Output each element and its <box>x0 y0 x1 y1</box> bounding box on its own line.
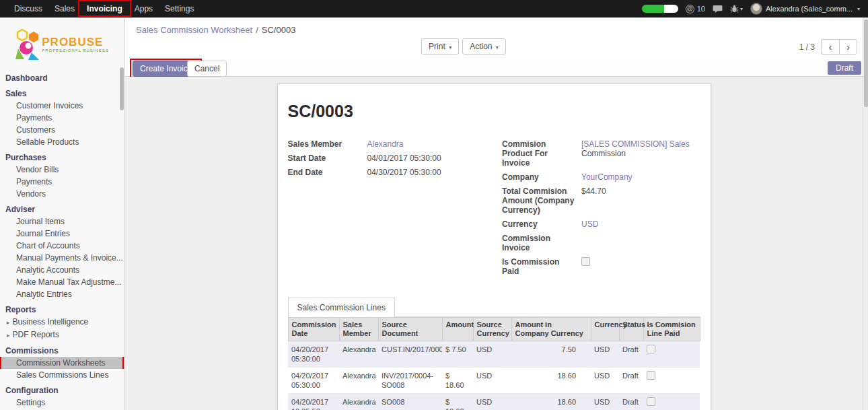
line-paid-checkbox[interactable] <box>647 345 655 353</box>
action-button[interactable]: Action ▾ <box>462 38 506 55</box>
sidebar-section-configuration[interactable]: Configuration <box>0 381 124 397</box>
progress-pill-indicator <box>642 5 678 13</box>
breadcrumb-current: SC/0003 <box>262 25 296 35</box>
sidebar-section-dashboard[interactable]: Dashboard <box>0 69 124 84</box>
cancel-button[interactable]: Cancel <box>187 61 227 77</box>
activity-count: 10 <box>697 5 705 13</box>
caret-down-icon: ▾ <box>496 44 499 50</box>
field-grid: Sales Member Alexandra Start Date 04/01/… <box>288 139 700 281</box>
sidebar-item-vendor-bills[interactable]: Vendor Bills <box>0 164 124 176</box>
sidebar-item-analytic-entries[interactable]: Analytic Entries <box>0 288 124 300</box>
cell-amount: $ 18.60 <box>442 394 473 410</box>
field-total-commission: Total Commision Amount (Company Currency… <box>502 186 700 215</box>
sidebar-item-vendors[interactable]: Vendors <box>0 188 124 200</box>
nav-invoicing[interactable]: Invoicing <box>81 0 129 18</box>
sidebar-item-journal-items[interactable]: Journal Items <box>0 215 124 228</box>
sidebar-item-payments-purchases[interactable]: Payments <box>0 176 124 188</box>
cell-amount-company: 7.50 <box>511 341 591 368</box>
cell-currency: USD <box>591 394 619 410</box>
main-scrollbar[interactable] <box>863 18 868 410</box>
field-label: Currency <box>502 219 581 229</box>
field-label: Start Date <box>288 153 367 163</box>
cell-amount: $ 7.50 <box>442 341 473 368</box>
table-row[interactable]: 04/20/2017 10:35:53 Alexandra SO008 $ 18… <box>288 394 700 410</box>
cell-amount-company: 18.60 <box>511 394 591 410</box>
nav-sales[interactable]: Sales <box>48 0 81 18</box>
sidebar-item-sales-commissions-lines[interactable]: Sales Commissions Lines <box>0 369 124 381</box>
cell-source-document: SO008 <box>378 394 442 410</box>
sidebar-section-sales[interactable]: Sales <box>0 84 124 100</box>
user-name: Alexandra (Sales_comm... <box>766 5 853 13</box>
sidebar-scrollbar[interactable] <box>120 67 124 110</box>
cell-status: Draft <box>619 341 643 368</box>
sidebar-item-customer-invoices[interactable]: Customer Invoices <box>0 100 124 112</box>
sidebar-item-business-intelligence[interactable]: ▸Business Intelligence <box>0 316 124 329</box>
form-statusbar: Create Invoice Cancel Draft <box>125 59 863 77</box>
activity-counter[interactable]: @ 10 <box>686 5 705 13</box>
header-commission-date: Commission Date <box>288 318 339 341</box>
field-label: Total Commision Amount (Company Currency… <box>502 186 581 215</box>
avatar <box>750 3 762 15</box>
commission-product-link[interactable]: [SALES COMMISSION] Sales <box>581 139 690 149</box>
cell-sales-member: Alexandra <box>339 394 378 410</box>
status-badge-draft[interactable]: Draft <box>828 61 861 75</box>
field-label: Commision Product For Invoice <box>502 139 581 168</box>
sidebar-item-analytic-accounts[interactable]: Analytic Accounts <box>0 264 124 276</box>
tab-sales-commission-lines[interactable]: Sales Commission Lines <box>288 298 395 317</box>
cell-sales-member: Alexandra <box>339 341 378 368</box>
chat-icon[interactable] <box>713 5 723 13</box>
topbar-right-tools: @ 10 ▾ Alexandra (Sales_comm... ▾ <box>642 3 863 15</box>
end-date-value: 04/30/2017 05:30:00 <box>367 168 441 177</box>
sidebar-item-pdf-reports[interactable]: ▸PDF Reports <box>0 329 124 341</box>
field-start-date: Start Date 04/01/2017 05:30:00 <box>288 153 495 163</box>
debug-icon[interactable]: ▾ <box>730 5 743 13</box>
sidebar-item-chart-of-accounts[interactable]: Chart of Accounts <box>0 240 124 252</box>
line-paid-checkbox[interactable] <box>647 397 655 406</box>
sidebar-item-sellable-products[interactable]: Sellable Products <box>0 136 124 148</box>
cell-source-document: CUST.IN/2017/0001 <box>378 341 442 368</box>
field-company: Company YourCompany <box>502 172 700 182</box>
control-panel: Sales Commission Worksheet/SC/0003 Print… <box>125 18 863 59</box>
breadcrumb-parent[interactable]: Sales Commission Worksheet <box>136 25 252 35</box>
company-value[interactable]: YourCompany <box>581 172 632 182</box>
sidebar-item-manual-payments[interactable]: Manual Payments & Invoice... <box>0 252 124 264</box>
currency-value[interactable]: USD <box>581 219 598 229</box>
sidebar-item-payments-sales[interactable]: Payments <box>0 112 124 124</box>
cell-amount: $ 18.60 <box>442 368 473 394</box>
sidebar-item-journal-entries[interactable]: Journal Entries <box>0 228 124 240</box>
field-commission-invoice: Commission Invoice <box>502 234 700 252</box>
record-title: SC/0003 <box>288 102 700 121</box>
form-sheet: SC/0003 Sales Member Alexandra Start Dat… <box>277 83 711 410</box>
sidebar-item-commission-worksheets[interactable]: Commission Worksheets <box>0 357 124 369</box>
sidebar-item-settings[interactable]: Settings <box>0 397 124 409</box>
sidebar-section-commissions[interactable]: Commissions <box>0 341 124 357</box>
commission-lines-table: Commission Date Sales Member Source Docu… <box>288 317 700 410</box>
is-commission-paid-checkbox[interactable] <box>581 257 590 266</box>
field-sales-member: Sales Member Alexandra <box>288 139 495 149</box>
sales-member-value[interactable]: Alexandra <box>367 139 404 149</box>
header-status: Status <box>619 318 643 341</box>
pager-previous-button[interactable]: ‹ <box>821 39 839 55</box>
sidebar-section-purchases[interactable]: Purchases <box>0 148 124 164</box>
probuse-logo-icon <box>15 28 40 61</box>
print-button[interactable]: Print ▾ <box>421 38 459 55</box>
sidebar-section-adviser[interactable]: Adviser <box>0 200 124 215</box>
at-icon: @ <box>686 5 694 13</box>
sidebar-item-manual-tax-adjustment[interactable]: Make Manual Tax Adjustme... <box>0 276 124 288</box>
nav-settings[interactable]: Settings <box>159 0 200 18</box>
pager-next-button[interactable]: › <box>839 39 857 55</box>
field-commission-product: Commision Product For Invoice [SALES COM… <box>502 139 700 168</box>
header-sales-member: Sales Member <box>339 318 378 341</box>
user-menu[interactable]: Alexandra (Sales_comm... ▾ <box>750 3 860 15</box>
field-label: Sales Member <box>288 139 367 149</box>
nav-discuss[interactable]: Discuss <box>8 0 48 18</box>
top-navbar: Discuss Sales Invoicing Apps Settings @ … <box>0 0 868 18</box>
line-paid-checkbox[interactable] <box>647 371 655 380</box>
main-scrollbar-thumb[interactable] <box>864 20 868 107</box>
nav-apps[interactable]: Apps <box>129 0 159 18</box>
header-amount: Amount <box>442 318 473 341</box>
table-row[interactable]: 04/20/2017 05:30:00 Alexandra CUST.IN/20… <box>288 341 700 368</box>
sidebar-section-reports[interactable]: Reports <box>0 300 124 316</box>
table-row[interactable]: 04/20/2017 05:30:00 Alexandra INV/2017/0… <box>288 368 700 394</box>
sidebar-item-customers[interactable]: Customers <box>0 124 124 136</box>
